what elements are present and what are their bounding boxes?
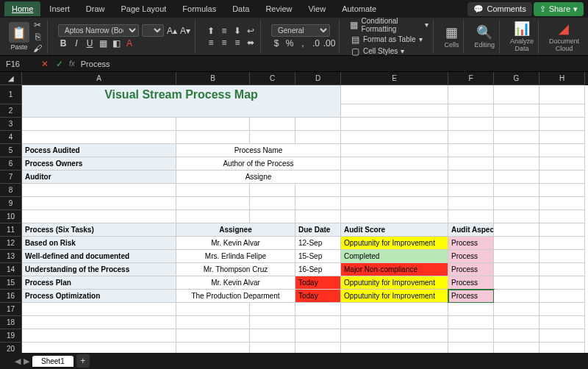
meta-value[interactable]: Assigne xyxy=(176,171,341,184)
task-cell[interactable]: Process Plan xyxy=(22,276,176,290)
cancel-icon[interactable]: ✕ xyxy=(40,59,50,69)
row-header[interactable]: 9 xyxy=(0,197,22,210)
table-header[interactable]: Audit Aspect xyxy=(448,223,494,237)
title-cell[interactable]: Visual Stream Process Map xyxy=(22,85,341,104)
align-mid-icon[interactable]: ≡ xyxy=(219,26,229,36)
col-header[interactable]: B xyxy=(176,72,250,85)
score-cell[interactable]: Opputunity for Improvement xyxy=(341,290,448,303)
add-sheet-button[interactable]: + xyxy=(76,354,90,368)
task-cell[interactable]: Understanding of the Process xyxy=(22,263,176,276)
table-header[interactable]: Process (Six Tasks) xyxy=(22,223,176,237)
assignee-cell[interactable]: Mrs. Erlinda Felipe xyxy=(176,250,295,263)
row-header[interactable]: 14 xyxy=(0,263,22,276)
col-header[interactable]: F xyxy=(448,72,494,85)
conditional-formatting[interactable]: ▦Conditional Formatting ▾ xyxy=(350,17,429,33)
col-header[interactable]: A xyxy=(22,72,176,85)
sheet-tab[interactable]: Sheet1 xyxy=(32,356,74,367)
row-header[interactable]: 1 xyxy=(0,85,22,104)
size-select[interactable]: 11 xyxy=(142,24,164,37)
align-top-icon[interactable]: ⬆ xyxy=(206,26,216,36)
dec-decimal-icon[interactable]: .00 xyxy=(324,38,334,49)
col-header[interactable]: C xyxy=(250,72,295,85)
meta-label[interactable]: Process Owners xyxy=(22,157,176,171)
wrap-icon[interactable]: ↩ xyxy=(245,26,256,36)
row-header[interactable]: 4 xyxy=(0,131,22,144)
currency-icon[interactable]: $ xyxy=(271,38,282,49)
score-cell[interactable]: Completed xyxy=(341,250,448,263)
share-button[interactable]: ⇪Share▾ xyxy=(534,2,584,16)
row-header[interactable]: 6 xyxy=(0,157,22,171)
row-header[interactable]: 16 xyxy=(0,290,22,303)
col-header[interactable]: E xyxy=(341,72,448,85)
bold-icon[interactable]: B xyxy=(58,38,68,49)
tab-pagelayout[interactable]: Page Layout xyxy=(114,1,174,16)
meta-label[interactable]: Auditor xyxy=(22,171,176,184)
aspect-cell[interactable]: Process xyxy=(448,276,494,290)
duedate-cell[interactable]: 15-Sep xyxy=(295,250,341,263)
percent-icon[interactable]: % xyxy=(284,38,295,49)
row-header[interactable]: 8 xyxy=(0,184,22,197)
formula-input[interactable]: Process xyxy=(79,58,585,70)
fx-icon[interactable]: fx xyxy=(69,60,75,68)
row-header[interactable]: 18 xyxy=(0,316,22,329)
document-cloud-group[interactable]: ◢Document Cloud xyxy=(545,20,584,54)
score-cell[interactable]: Opputunity for Improvement xyxy=(341,276,448,290)
sheet-nav-left-icon[interactable]: ◀ xyxy=(15,357,21,366)
paste-icon[interactable]: 📋 xyxy=(9,22,29,43)
score-cell[interactable]: Major Non-compliance xyxy=(341,263,448,276)
analyze-group[interactable]: 📊Analyze Data xyxy=(506,20,539,54)
editing-group[interactable]: 🔍Editing xyxy=(470,20,500,54)
fill-color-icon[interactable]: ◧ xyxy=(111,38,121,49)
tab-insert[interactable]: Insert xyxy=(42,1,77,16)
task-cell[interactable]: Well-defined and documented xyxy=(22,250,176,263)
duedate-cell[interactable]: 12-Sep xyxy=(295,237,341,250)
tab-data[interactable]: Data xyxy=(225,1,257,16)
font-select[interactable]: Aptos Narrow (Bod... xyxy=(58,24,139,37)
assignee-cell[interactable]: Mr. Thompson Cruz xyxy=(176,263,295,276)
row-header[interactable]: 19 xyxy=(0,329,22,343)
row-header[interactable]: 20 xyxy=(0,343,22,353)
row-header[interactable]: 2 xyxy=(0,104,22,118)
format-painter-icon[interactable]: 🖌 xyxy=(32,43,43,54)
underline-icon[interactable]: U xyxy=(85,38,95,49)
number-format-select[interactable]: General xyxy=(271,24,330,37)
row-header[interactable]: 7 xyxy=(0,171,22,184)
row-header[interactable]: 5 xyxy=(0,144,22,157)
align-right-icon[interactable]: ≡ xyxy=(232,37,243,48)
duedate-cell[interactable]: 16-Sep xyxy=(295,263,341,276)
format-as-table[interactable]: ▤Format as Table ▾ xyxy=(350,35,429,45)
task-cell[interactable]: Process Optimization xyxy=(22,290,176,303)
sheet-nav-right-icon[interactable]: ▶ xyxy=(24,357,29,366)
tab-home[interactable]: Home xyxy=(4,1,40,16)
meta-label[interactable]: Pocess Audited xyxy=(22,144,176,157)
inc-decimal-icon[interactable]: .0 xyxy=(311,38,321,49)
table-header[interactable]: Due Date xyxy=(295,223,341,237)
meta-value[interactable]: Process Name xyxy=(176,144,341,157)
duedate-cell[interactable]: Today xyxy=(295,290,341,303)
table-header[interactable]: Audit Score xyxy=(341,223,448,237)
select-all-corner[interactable]: ◢ xyxy=(0,72,22,85)
copy-icon[interactable]: ⎘ xyxy=(32,32,43,42)
table-header[interactable]: Assignee xyxy=(176,223,295,237)
assignee-cell[interactable]: Mr. Kevin Alvar xyxy=(176,237,295,250)
row-header[interactable]: 10 xyxy=(0,210,22,223)
font-color-icon[interactable]: A xyxy=(124,38,135,49)
task-cell[interactable]: Based on Risk xyxy=(22,237,176,250)
duedate-cell[interactable]: Today xyxy=(295,276,341,290)
tab-draw[interactable]: Draw xyxy=(79,1,112,16)
row-header[interactable]: 11 xyxy=(0,223,22,237)
row-header[interactable]: 15 xyxy=(0,276,22,290)
comma-icon[interactable]: , xyxy=(298,38,308,49)
cell-styles[interactable]: ▢Cell Styles ▾ xyxy=(350,46,429,57)
row-header[interactable]: 3 xyxy=(0,118,22,131)
border-icon[interactable]: ▦ xyxy=(98,38,108,49)
align-center-icon[interactable]: ≡ xyxy=(219,37,229,48)
tab-review[interactable]: Review xyxy=(258,1,299,16)
col-header[interactable]: D xyxy=(295,72,341,85)
row-header[interactable]: 13 xyxy=(0,250,22,263)
row-header[interactable]: 12 xyxy=(0,237,22,250)
increase-font-icon[interactable]: A▴ xyxy=(167,26,177,36)
cells-group[interactable]: ▦Cells xyxy=(440,20,464,54)
aspect-cell[interactable]: Process xyxy=(448,237,494,250)
tab-view[interactable]: View xyxy=(301,1,333,16)
